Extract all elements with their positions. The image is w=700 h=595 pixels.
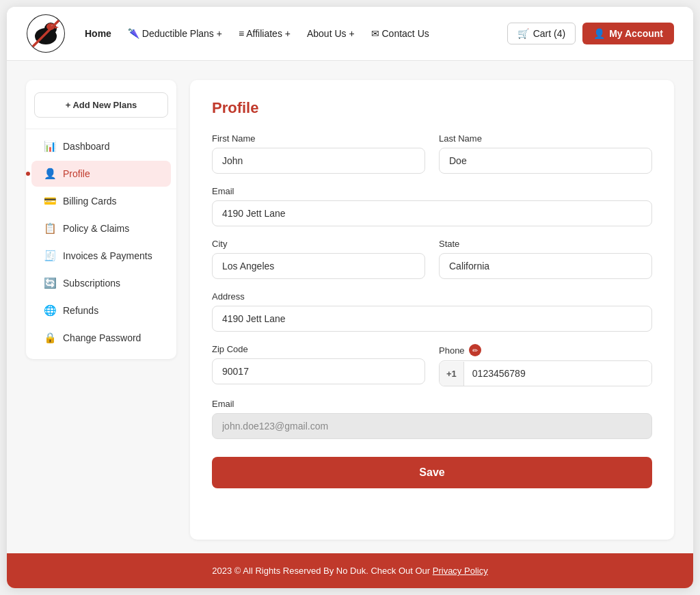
invoices-icon: 🧾: [44, 250, 56, 262]
zip-phone-row: Zip Code Phone ✏ +1: [212, 344, 652, 386]
phone-group: Phone ✏ +1: [439, 344, 652, 386]
user-icon: 👤: [593, 28, 605, 39]
zip-input[interactable]: [212, 358, 425, 384]
phone-label: Phone: [439, 345, 465, 356]
subscriptions-icon: 🔄: [44, 277, 56, 289]
phone-input-row: +1: [439, 360, 652, 386]
address-group: Address: [212, 291, 652, 332]
state-label: State: [439, 239, 652, 249]
add-new-plans-button[interactable]: + Add New Plans: [34, 92, 168, 118]
save-button[interactable]: Save: [212, 457, 652, 488]
nav-contact-us[interactable]: ✉ Contact Us: [364, 24, 436, 43]
header: Home 🌂 Deductible Plans + ≡ Affiliates +…: [7, 7, 693, 61]
sidebar-item-subscriptions[interactable]: 🔄 Subscriptions: [31, 270, 171, 296]
phone-prefix: +1: [440, 362, 464, 386]
nav-affiliates[interactable]: ≡ Affiliates +: [232, 24, 297, 43]
sidebar-item-refunds[interactable]: 🌐 Refunds: [31, 298, 171, 323]
profile-title: Profile: [212, 99, 652, 117]
address-row: Address: [212, 291, 652, 332]
zip-group: Zip Code: [212, 344, 425, 386]
last-name-group: Last Name: [439, 133, 652, 174]
city-group: City: [212, 239, 425, 279]
name-row: First Name Last Name: [212, 133, 652, 174]
policy-icon: 📋: [44, 222, 56, 235]
phone-edit-icon[interactable]: ✏: [469, 344, 481, 356]
sidebar-item-change-password[interactable]: 🔒 Change Password: [31, 325, 171, 351]
sidebar-item-policy-claims[interactable]: 📋 Policy & Claims: [31, 215, 171, 241]
sidebar-label-dashboard: Dashboard: [63, 141, 110, 152]
cart-label: Cart (4): [533, 28, 565, 39]
sidebar-divider: [26, 129, 176, 129]
last-name-input[interactable]: [439, 148, 652, 174]
main-content: + Add New Plans 📊 Dashboard 👤 Profile 💳 …: [7, 61, 693, 553]
phone-input[interactable]: [464, 361, 651, 386]
city-label: City: [212, 239, 425, 249]
privacy-policy-link[interactable]: Privacy Policy: [433, 566, 488, 576]
profile-icon: 👤: [44, 168, 56, 180]
zip-label: Zip Code: [212, 344, 425, 354]
logo-icon: [26, 14, 66, 53]
last-name-label: Last Name: [439, 133, 652, 144]
nav-deductible-plans[interactable]: 🌂 Deductible Plans +: [121, 24, 229, 43]
email-label: Email: [212, 186, 652, 196]
refunds-icon: 🌐: [44, 304, 56, 317]
sidebar-label-profile: Profile: [63, 168, 90, 179]
logo: [26, 14, 66, 53]
sidebar-item-dashboard[interactable]: 📊 Dashboard: [31, 133, 171, 159]
email-group: Email: [212, 186, 652, 226]
address-input[interactable]: [212, 306, 652, 332]
sidebar-label-password: Change Password: [63, 332, 141, 343]
footer-text: 2023 © All Rights Reserved By No Duk. Ch…: [212, 566, 432, 576]
email-input[interactable]: [212, 200, 652, 226]
first-name-group: First Name: [212, 133, 425, 174]
state-input[interactable]: [439, 253, 652, 279]
sidebar-label-invoices: Invoices & Payments: [63, 250, 152, 261]
city-input[interactable]: [212, 253, 425, 279]
email2-label: Email: [212, 399, 652, 409]
dashboard-icon: 📊: [44, 140, 56, 153]
cart-button[interactable]: 🛒 Cart (4): [507, 23, 576, 44]
sidebar-item-invoices-payments[interactable]: 🧾 Invoices & Payments: [31, 243, 171, 269]
nav-about-us[interactable]: About Us +: [300, 24, 362, 43]
address-label: Address: [212, 291, 652, 302]
email2-input: [212, 413, 652, 439]
footer: 2023 © All Rights Reserved By No Duk. Ch…: [7, 553, 693, 588]
my-account-button[interactable]: 👤 My Account: [582, 23, 674, 44]
account-label: My Account: [609, 28, 663, 39]
profile-panel: Profile First Name Last Name Email: [190, 80, 674, 540]
sidebar-label-billing: Billing Cards: [63, 196, 117, 207]
nav-home[interactable]: Home: [78, 24, 118, 43]
city-state-row: City State: [212, 239, 652, 279]
sidebar-label-policy: Policy & Claims: [63, 223, 129, 234]
sidebar-item-profile[interactable]: 👤 Profile: [31, 161, 171, 187]
first-name-label: First Name: [212, 133, 425, 144]
sidebar-label-refunds: Refunds: [63, 305, 98, 316]
phone-label-row: Phone ✏: [439, 344, 652, 356]
first-name-input[interactable]: [212, 148, 425, 174]
state-group: State: [439, 239, 652, 279]
sidebar-item-billing-cards[interactable]: 💳 Billing Cards: [31, 188, 171, 214]
sidebar-label-subscriptions: Subscriptions: [63, 278, 120, 289]
password-icon: 🔒: [44, 332, 56, 344]
email2-group: Email: [212, 399, 652, 439]
header-actions: 🛒 Cart (4) 👤 My Account: [507, 23, 674, 44]
sidebar: + Add New Plans 📊 Dashboard 👤 Profile 💳 …: [26, 80, 176, 359]
nav-links: Home 🌂 Deductible Plans + ≡ Affiliates +…: [78, 24, 495, 43]
email2-row: Email: [212, 399, 652, 439]
billing-icon: 💳: [44, 195, 56, 207]
email-row: Email: [212, 186, 652, 226]
cart-icon: 🛒: [517, 28, 529, 39]
